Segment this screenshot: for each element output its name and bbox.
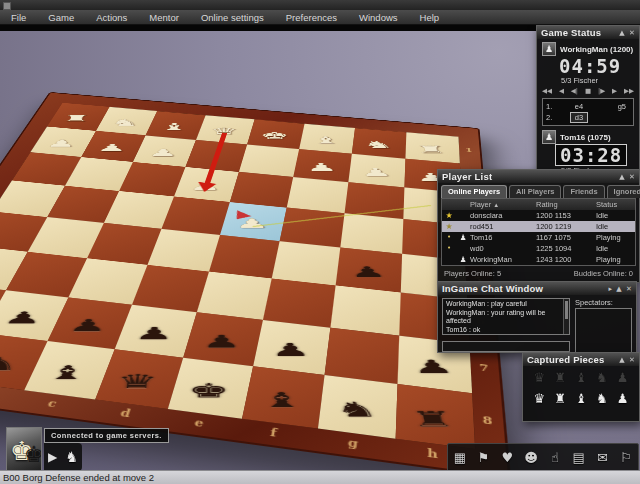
chat-message: WorkingMan : play careful — [446, 300, 562, 309]
col-status[interactable]: Status — [596, 199, 635, 210]
player-status: Idle — [596, 210, 635, 221]
collapse-icon[interactable]: ▲ — [616, 285, 622, 293]
chat-panel: InGame Chat Window ▸ ▲ ✕ WorkingMan : pl… — [437, 281, 637, 353]
black-chess-piece: ♝ — [28, 359, 106, 389]
move-list[interactable]: 1. e4 g5 2. d3 — [542, 98, 634, 126]
tab-ignored[interactable]: Ignored — [607, 185, 640, 198]
white-time-control: 5/3 Fischer — [537, 76, 639, 85]
tab-all-players[interactable]: All Players — [509, 185, 561, 198]
close-icon[interactable]: ✕ — [629, 173, 635, 181]
black-chess-piece: ♟ — [255, 337, 328, 365]
black-chess-piece: ♟ — [334, 261, 402, 284]
playing-pawn-icon: ♟ — [456, 254, 470, 265]
player-list-titlebar[interactable]: Player List ▲ ✕ — [438, 170, 639, 183]
board-flag-button[interactable]: ⚑ — [474, 445, 494, 471]
player-row[interactable]: ♟ WorkingMan 1243 1200 Playing — [442, 254, 635, 265]
player-row[interactable]: ★ donsclara 1200 1153 Idle — [442, 210, 635, 221]
player-row-selected[interactable]: ★ rod451 1200 1219 Idle — [442, 221, 635, 232]
pointer-icon[interactable]: ▸ — [609, 285, 613, 293]
player-table-header[interactable]: Player ▲ Rating Status — [442, 199, 635, 210]
board-setup-button[interactable]: ▦ — [450, 445, 470, 471]
rewind-button[interactable]: ◀ — [559, 87, 564, 95]
board-square[interactable]: ♞ — [318, 375, 398, 439]
app-icon — [3, 2, 11, 10]
close-icon[interactable]: ✕ — [629, 29, 635, 37]
game-toolbar: ▦ ⚑ ♥ ☻ ☝ ▤ ✉ ⚐ — [447, 443, 639, 473]
player-rating: 1200 1153 — [536, 210, 596, 221]
close-icon[interactable]: ✕ — [629, 356, 635, 364]
menu-mentor[interactable]: Mentor — [138, 12, 190, 23]
forward-one-button[interactable]: |▶ — [598, 87, 605, 95]
col-player[interactable]: Player — [470, 200, 491, 209]
game-status-titlebar[interactable]: Game Status ▲ ✕ — [537, 26, 639, 39]
stop-button[interactable]: ■ — [585, 87, 591, 95]
player-status: Idle — [596, 243, 635, 254]
chat-scrollbar[interactable] — [563, 299, 569, 334]
white-chess-piece: ♛ — [198, 124, 250, 139]
collapse-icon[interactable]: ▲ — [619, 29, 625, 37]
player-row[interactable]: • ♟ Tom16 1167 1075 Playing — [442, 232, 635, 243]
player-list-title: Player List — [442, 171, 492, 182]
black-chess-piece: ♟ — [0, 306, 59, 332]
raise-hand-button[interactable]: ☝ — [545, 445, 565, 471]
white-chess-piece: ♞ — [350, 138, 406, 154]
captured-titlebar[interactable]: Captured Pieces ▲ ✕ — [523, 353, 639, 366]
chat-titlebar[interactable]: InGame Chat Window ▸ ▲ ✕ — [438, 282, 636, 295]
sort-asc-icon: ▲ — [493, 202, 499, 208]
resign-button[interactable]: ⚐ — [616, 445, 636, 471]
captured-black-queen-icon: ♛ — [529, 370, 550, 385]
player-name: wd0 — [470, 243, 536, 254]
playback-controls: ◀◀ ◀ ◀| ■ |▶ ▶ ▶▶ — [537, 85, 639, 97]
board-square[interactable]: ♚ — [168, 358, 253, 419]
black-king-icon: ♚ — [24, 442, 42, 467]
white-chess-piece: ♟ — [347, 164, 406, 181]
playing-pawn-icon — [456, 210, 470, 221]
player-rating: 1225 1094 — [536, 243, 596, 254]
menu-online-settings[interactable]: Online settings — [190, 12, 275, 23]
back-one-button[interactable]: ◀| — [571, 87, 578, 95]
buddies-online-count: Buddies Online: 0 — [574, 269, 633, 278]
player-rating: 1200 1219 — [536, 221, 596, 232]
board-square[interactable]: ♝ — [242, 366, 325, 428]
play-button[interactable]: ▶ — [48, 450, 57, 464]
menu-file[interactable]: File — [0, 12, 37, 23]
playing-pawn-icon — [456, 221, 470, 232]
menu-preferences[interactable]: Preferences — [275, 12, 348, 23]
close-icon[interactable]: ✕ — [626, 285, 632, 293]
white-chess-piece: ♞ — [98, 116, 151, 131]
menu-help[interactable]: Help — [409, 12, 451, 23]
window-titlebar — [0, 0, 640, 10]
menu-windows[interactable]: Windows — [348, 12, 409, 23]
chat-input[interactable] — [442, 341, 570, 352]
col-rating[interactable]: Rating — [536, 199, 596, 210]
collapse-icon[interactable]: ▲ — [619, 173, 625, 181]
menu-actions[interactable]: Actions — [85, 12, 138, 23]
menu-game[interactable]: Game — [37, 12, 85, 23]
ponder-button[interactable]: ☻ — [521, 445, 541, 471]
rank-label: 1 — [465, 147, 472, 153]
tab-online-players[interactable]: Online Players — [441, 185, 507, 198]
knight-icon[interactable]: ♞ — [65, 449, 78, 465]
chat-message: Tom16 : ok — [446, 326, 562, 335]
tab-friends[interactable]: Friends — [563, 185, 604, 198]
player-name: WorkingMan — [470, 254, 536, 265]
go-end-button[interactable]: ▶▶ — [624, 87, 634, 95]
white-chess-piece: ♟ — [33, 136, 89, 152]
notation-button[interactable]: ▤ — [569, 445, 589, 471]
email-game-button[interactable]: ✉ — [592, 445, 612, 471]
black-move: g5 — [600, 101, 630, 112]
black-chess-piece: ♜ — [392, 404, 476, 437]
player-row[interactable]: • wd0 1225 1094 Idle — [442, 243, 635, 254]
player-rating: 1167 1075 — [536, 232, 596, 243]
white-clock: 04:59 — [537, 56, 639, 76]
captured-black-bishop-icon: ♝ — [571, 370, 592, 385]
player-list-panel: Player List ▲ ✕ Online Players All Playe… — [437, 169, 640, 283]
menu-bar: File Game Actions Mentor Online settings… — [0, 10, 640, 25]
draw-offer-button[interactable]: ♥ — [497, 445, 517, 471]
collapse-icon[interactable]: ▲ — [619, 356, 625, 364]
black-player-row: ♟ Tom16 (1075) — [537, 127, 639, 144]
spectators-list[interactable] — [575, 308, 632, 353]
board-square[interactable]: ♜ — [396, 384, 475, 449]
go-start-button[interactable]: ◀◀ — [542, 87, 552, 95]
forward-button[interactable]: ▶ — [612, 87, 617, 95]
